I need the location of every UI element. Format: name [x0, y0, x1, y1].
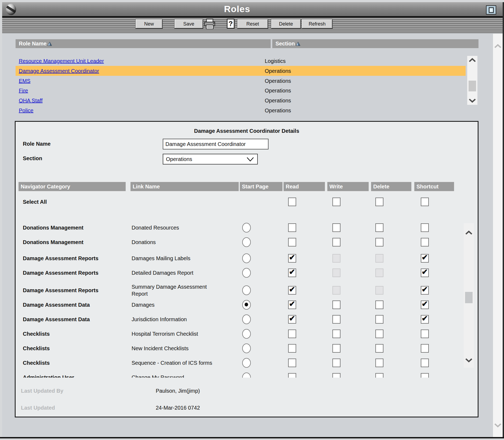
scroll-up-icon[interactable]	[465, 231, 473, 235]
shortcut-checkbox[interactable]	[421, 254, 429, 263]
write-checkbox[interactable]	[332, 330, 340, 338]
table-row[interactable]: OHA Staff Operations	[16, 95, 466, 105]
window-right-edge	[503, 2, 504, 437]
read-checkbox[interactable]	[288, 223, 296, 232]
role-name-link[interactable]: Damage Assessment Coordinator	[19, 68, 99, 74]
start-page-radio[interactable]	[242, 237, 251, 247]
read-checkbox[interactable]	[288, 238, 296, 246]
permissions-scrollbar[interactable]	[464, 223, 474, 368]
write-checkbox[interactable]	[332, 301, 340, 309]
read-checkbox[interactable]	[288, 269, 296, 277]
column-header-role-name[interactable]: Role Name	[16, 39, 271, 48]
shortcut-checkbox[interactable]	[421, 315, 429, 324]
table-row[interactable]: Damage Assessment Coordinator Operations	[16, 66, 466, 76]
new-button[interactable]: New	[136, 19, 162, 28]
role-name-link[interactable]: Resource Management Unit Leader	[19, 58, 104, 64]
permission-row: Damage Assessment Reports Detailed Damag…	[16, 266, 461, 280]
write-checkbox[interactable]	[332, 254, 340, 263]
delete-checkbox[interactable]	[375, 315, 383, 324]
section-select[interactable]: Operations	[163, 154, 258, 164]
role-name-link[interactable]: Fire	[19, 87, 28, 94]
reset-button[interactable]: Reset	[237, 19, 268, 28]
role-name-link[interactable]: OHA Staff	[19, 97, 43, 103]
role-name-link[interactable]: Police	[19, 107, 33, 113]
scroll-up-icon[interactable]	[469, 58, 476, 62]
write-checkbox[interactable]	[332, 238, 340, 246]
delete-checkbox[interactable]	[375, 344, 383, 353]
column-header-section[interactable]: Section	[272, 39, 478, 48]
shortcut-checkbox[interactable]	[421, 238, 429, 246]
delete-checkbox[interactable]	[375, 330, 383, 338]
print-icon[interactable]	[203, 19, 216, 30]
write-checkbox[interactable]	[332, 315, 340, 324]
help-icon[interactable]: ?	[226, 19, 236, 30]
shortcut-checkbox[interactable]	[421, 330, 429, 338]
delete-checkbox[interactable]	[375, 373, 383, 378]
save-button[interactable]: Save	[175, 19, 203, 28]
navigator-category: Damage Assessment Reports	[23, 270, 99, 276]
delete-checkbox[interactable]	[375, 238, 383, 246]
delete-checkbox[interactable]	[375, 269, 383, 277]
write-checkbox[interactable]	[332, 344, 340, 353]
table-row[interactable]: Fire Operations	[16, 85, 466, 95]
role-name-link[interactable]: EMS	[19, 78, 30, 84]
shortcut-checkbox[interactable]	[421, 269, 429, 277]
permission-row: Donations Management Donations	[16, 235, 461, 249]
start-page-radio[interactable]	[242, 373, 251, 378]
scroll-down-icon[interactable]	[469, 98, 476, 103]
shortcut-checkbox[interactable]	[421, 301, 429, 309]
maximize-button[interactable]	[486, 5, 496, 15]
start-page-radio[interactable]	[242, 358, 251, 368]
write-checkbox[interactable]	[332, 373, 340, 378]
refresh-button[interactable]: Refresh	[302, 19, 332, 28]
start-page-radio[interactable]	[242, 314, 251, 324]
table-row[interactable]: Resource Management Unit Leader Logistic…	[16, 56, 466, 66]
role-name-input[interactable]	[163, 139, 269, 149]
role-list-scrollbar[interactable]	[467, 56, 477, 105]
table-row[interactable]: EMS Operations	[16, 76, 466, 86]
scrollbar-thumb[interactable]	[465, 292, 473, 303]
start-page-radio[interactable]	[242, 253, 251, 263]
select-all-write-checkbox[interactable]	[332, 198, 340, 206]
read-checkbox[interactable]	[288, 286, 296, 295]
delete-checkbox[interactable]	[375, 286, 383, 295]
read-checkbox[interactable]	[288, 301, 296, 309]
shortcut-checkbox[interactable]	[421, 359, 429, 367]
read-checkbox[interactable]	[288, 359, 296, 367]
shortcut-checkbox[interactable]	[421, 373, 429, 378]
write-checkbox[interactable]	[332, 269, 340, 277]
delete-checkbox[interactable]	[375, 301, 383, 309]
read-checkbox[interactable]	[288, 373, 296, 378]
page-scrollbar[interactable]	[493, 34, 503, 437]
select-all-delete-checkbox[interactable]	[375, 198, 383, 206]
scroll-up-icon[interactable]	[494, 44, 502, 48]
read-checkbox[interactable]	[288, 330, 296, 338]
delete-checkbox[interactable]	[375, 223, 383, 232]
table-row[interactable]: Police Operations	[16, 105, 466, 115]
select-all-read-checkbox[interactable]	[288, 198, 296, 206]
delete-checkbox[interactable]	[375, 359, 383, 367]
write-checkbox[interactable]	[332, 223, 340, 232]
shortcut-checkbox[interactable]	[421, 223, 429, 232]
shortcut-checkbox[interactable]	[421, 286, 429, 295]
delete-checkbox[interactable]	[375, 254, 383, 263]
start-page-radio[interactable]	[242, 300, 251, 310]
read-checkbox[interactable]	[288, 344, 296, 353]
start-page-radio[interactable]	[242, 285, 251, 295]
start-page-radio[interactable]	[242, 344, 251, 353]
navigator-category: Donations Management	[23, 225, 84, 231]
scroll-down-icon[interactable]	[494, 423, 502, 427]
start-page-radio[interactable]	[242, 329, 251, 339]
link-name: Donations	[132, 239, 224, 246]
scroll-down-icon[interactable]	[465, 358, 473, 362]
read-checkbox[interactable]	[288, 315, 296, 324]
delete-button[interactable]: Delete	[271, 19, 301, 28]
write-checkbox[interactable]	[332, 359, 340, 367]
scrollbar-thumb[interactable]	[469, 81, 476, 91]
start-page-radio[interactable]	[242, 223, 251, 232]
start-page-radio[interactable]	[242, 268, 251, 278]
shortcut-checkbox[interactable]	[421, 344, 429, 353]
write-checkbox[interactable]	[332, 286, 340, 295]
select-all-shortcut-checkbox[interactable]	[421, 198, 429, 206]
read-checkbox[interactable]	[288, 254, 296, 263]
